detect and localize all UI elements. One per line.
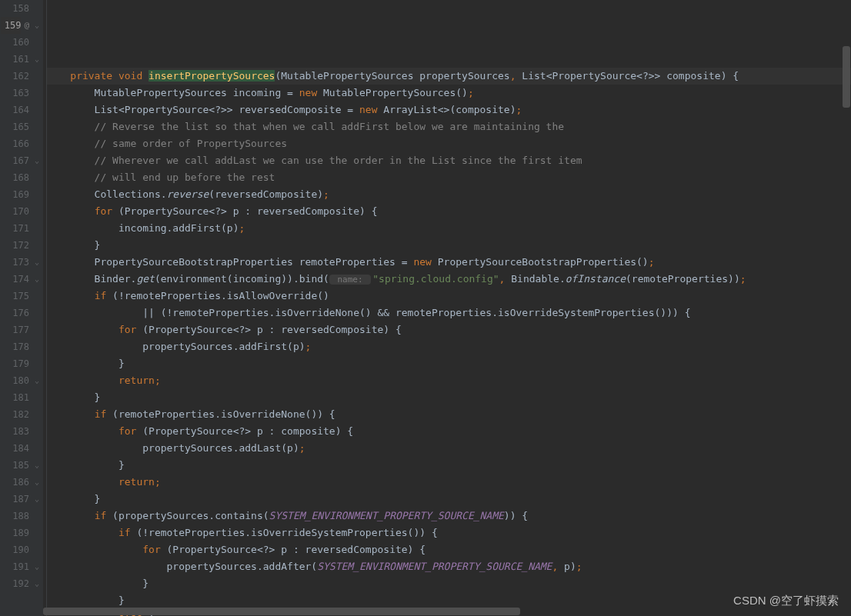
- gutter-row[interactable]: 191⌄: [0, 558, 43, 575]
- gutter-row[interactable]: 162: [0, 68, 43, 85]
- fold-icon[interactable]: ⌄: [32, 575, 42, 592]
- gutter[interactable]: 158159@⌄160161⌄162163164165166167⌄168169…: [0, 0, 43, 616]
- line-number: 169: [9, 186, 29, 203]
- gutter-row[interactable]: 180⌄: [0, 372, 43, 389]
- code-line[interactable]: if (!remoteProperties.isOverrideSystemPr…: [46, 524, 851, 541]
- fold-icon[interactable]: ⌄: [32, 17, 42, 34]
- gutter-row[interactable]: 173⌄: [0, 254, 43, 271]
- code-line[interactable]: if (!remoteProperties.isAllowOverride(): [46, 288, 851, 305]
- gutter-row[interactable]: 177: [0, 321, 43, 338]
- line-number: 186: [9, 474, 29, 491]
- gutter-row[interactable]: 190: [0, 541, 43, 558]
- gutter-row[interactable]: 163: [0, 85, 43, 102]
- code-line[interactable]: Binder.get(environment(incoming)).bind( …: [46, 271, 851, 288]
- gutter-row[interactable]: 161⌄: [0, 51, 43, 68]
- gutter-row[interactable]: 188: [0, 508, 43, 524]
- gutter-row[interactable]: 170: [0, 203, 43, 220]
- line-number: 192: [9, 575, 29, 592]
- gutter-row[interactable]: 181: [0, 389, 43, 406]
- breakpoint-icon[interactable]: @: [24, 17, 29, 34]
- fold-icon[interactable]: ⌄: [32, 271, 42, 288]
- code-editor[interactable]: 158159@⌄160161⌄162163164165166167⌄168169…: [0, 0, 851, 616]
- line-number: 185: [9, 457, 29, 474]
- inlay-hint: name:: [329, 275, 371, 285]
- line-number: 163: [9, 85, 29, 102]
- gutter-row[interactable]: 169: [0, 186, 43, 203]
- gutter-row[interactable]: 164: [0, 102, 43, 118]
- fold-icon[interactable]: ⌄: [32, 372, 42, 389]
- code-line[interactable]: return;: [46, 372, 851, 389]
- code-line[interactable]: || (!remoteProperties.isOverrideNone() &…: [46, 305, 851, 321]
- code-line[interactable]: propertySources.addLast(p);: [46, 440, 851, 457]
- code-line[interactable]: }: [46, 491, 851, 508]
- code-line[interactable]: if (remoteProperties.isOverrideNone()) {: [46, 406, 851, 423]
- code-line[interactable]: }: [46, 575, 851, 592]
- code-line[interactable]: // same order of PropertySources: [46, 135, 851, 152]
- gutter-row[interactable]: 187⌄: [0, 491, 43, 508]
- code-line[interactable]: if (propertySources.contains(SYSTEM_ENVI…: [46, 508, 851, 524]
- code-line[interactable]: private void insertPropertySources(Mutab…: [46, 68, 851, 85]
- vertical-scrollbar[interactable]: [842, 0, 851, 601]
- code-line[interactable]: [46, 51, 851, 68]
- horizontal-scrollbar[interactable]: [43, 607, 842, 616]
- gutter-row[interactable]: 183: [0, 423, 43, 440]
- code-line[interactable]: incoming.addFirst(p);: [46, 220, 851, 237]
- gutter-row[interactable]: 176: [0, 305, 43, 321]
- gutter-row[interactable]: 186⌄: [0, 474, 43, 491]
- code-line[interactable]: }: [46, 355, 851, 372]
- line-number: 161: [9, 51, 29, 68]
- code-line[interactable]: return;: [46, 474, 851, 491]
- gutter-row[interactable]: 168: [0, 169, 43, 186]
- vertical-scroll-thumb[interactable]: [843, 46, 850, 108]
- code-line[interactable]: propertySources.addAfter(SYSTEM_ENVIRONM…: [46, 558, 851, 575]
- code-line[interactable]: // will end up before the rest: [46, 169, 851, 186]
- code-line[interactable]: PropertySourceBootstrapProperties remote…: [46, 254, 851, 271]
- gutter-row[interactable]: 189: [0, 524, 43, 541]
- code-line[interactable]: propertySources.addFirst(p);: [46, 338, 851, 355]
- line-number: 162: [9, 68, 29, 85]
- fold-icon[interactable]: ⌄: [32, 491, 42, 508]
- fold-icon[interactable]: ⌄: [32, 254, 42, 271]
- line-number: 191: [9, 558, 29, 575]
- fold-icon[interactable]: ⌄: [32, 558, 42, 575]
- code-line[interactable]: for (PropertySource<?> p : reversedCompo…: [46, 541, 851, 558]
- gutter-row[interactable]: 184: [0, 440, 43, 457]
- code-line[interactable]: // Reverse the list so that when we call…: [46, 118, 851, 135]
- gutter-row[interactable]: 178: [0, 338, 43, 355]
- gutter-row[interactable]: 165: [0, 118, 43, 135]
- gutter-row[interactable]: 192⌄: [0, 575, 43, 592]
- fold-icon[interactable]: ⌄: [32, 152, 42, 169]
- code-line[interactable]: for (PropertySource<?> p : composite) {: [46, 423, 851, 440]
- code-line[interactable]: }: [46, 389, 851, 406]
- code-line[interactable]: // Wherever we call addLast we can use t…: [46, 152, 851, 169]
- code-line[interactable]: }: [46, 457, 851, 474]
- line-number: 167: [9, 152, 29, 169]
- line-number: 175: [9, 288, 29, 305]
- fold-icon[interactable]: ⌄: [32, 51, 42, 68]
- code-line[interactable]: List<PropertySource<?>> reversedComposit…: [46, 102, 851, 118]
- gutter-row[interactable]: 172: [0, 237, 43, 254]
- gutter-row[interactable]: 179: [0, 355, 43, 372]
- code-line[interactable]: MutablePropertySources incoming = new Mu…: [46, 85, 851, 102]
- code-line[interactable]: Collections.reverse(reversedComposite);: [46, 186, 851, 203]
- gutter-row[interactable]: 159@⌄: [0, 17, 43, 34]
- line-number: 173: [9, 254, 29, 271]
- code-line[interactable]: for (PropertySource<?> p : reversedCompo…: [46, 321, 851, 338]
- fold-icon[interactable]: ⌄: [32, 457, 42, 474]
- gutter-row[interactable]: 158: [0, 0, 43, 17]
- horizontal-scroll-thumb[interactable]: [43, 608, 520, 615]
- code-line[interactable]: }: [46, 237, 851, 254]
- gutter-row[interactable]: 171: [0, 220, 43, 237]
- line-number: 178: [9, 338, 29, 355]
- fold-icon[interactable]: ⌄: [32, 474, 42, 491]
- code-line[interactable]: for (PropertySource<?> p : reversedCompo…: [46, 203, 851, 220]
- gutter-row[interactable]: 166: [0, 135, 43, 152]
- gutter-row[interactable]: 174⌄: [0, 271, 43, 288]
- gutter-row[interactable]: 185⌄: [0, 457, 43, 474]
- code-area[interactable]: private void insertPropertySources(Mutab…: [43, 0, 851, 616]
- gutter-row[interactable]: 175: [0, 288, 43, 305]
- line-number: 177: [9, 321, 29, 338]
- gutter-row[interactable]: 160: [0, 34, 43, 51]
- gutter-row[interactable]: 167⌄: [0, 152, 43, 169]
- gutter-row[interactable]: 182: [0, 406, 43, 423]
